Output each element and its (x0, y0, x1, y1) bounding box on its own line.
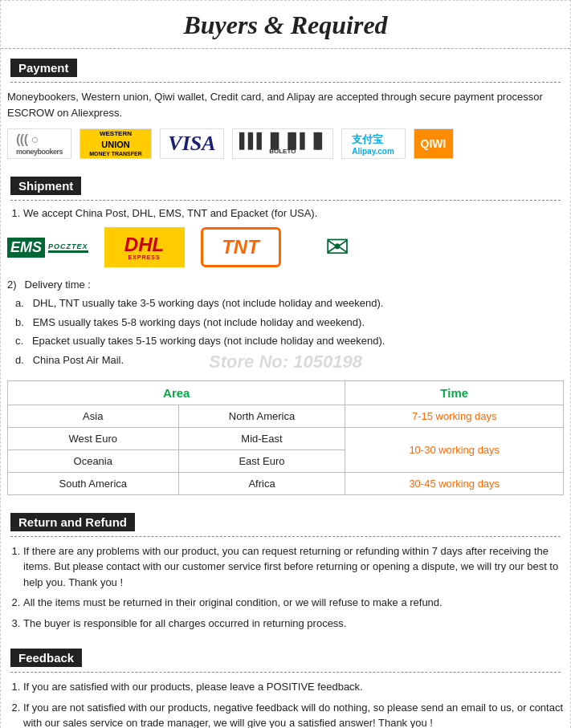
qiwi-text: QIWI (421, 137, 447, 150)
row1-time: 7-15 working days (345, 405, 564, 427)
row2-area1: West Euro (8, 427, 179, 449)
ems-bar-icon (48, 250, 88, 253)
alipay-text: Alipay.com (352, 147, 394, 156)
delivery-item-c: c. Epacket usually takes 5-15 working da… (15, 331, 564, 350)
delivery-a-text: DHL, TNT usually take 3-5 working days (… (33, 297, 384, 309)
row4-time: 30-45 working days (345, 472, 564, 494)
china-post-logo: ✉ (297, 227, 377, 267)
dhl-logo: DHL EXPRESS (104, 227, 185, 267)
delivery-item-d: d. China Post Air Mail. (15, 351, 564, 369)
return-divider (10, 536, 561, 537)
mb-text: moneybookers (16, 148, 63, 156)
alipay-logo-symbol: 支付宝 (352, 132, 394, 147)
wu-bottom-text: MONEY TRANSFER (89, 150, 142, 157)
shipment-accept-list: We accept China Post, DHL, EMS, TNT and … (23, 207, 564, 219)
delivery-item-b: b. EMS usually takes 5-8 working days (n… (15, 313, 564, 331)
wu-top-text: WESTERN (89, 130, 142, 138)
shipping-table: Area Time Asia North America 7-15 workin… (7, 380, 564, 495)
feedback-label: Feedback (10, 649, 82, 667)
payment-section: Payment Moneybookers, Western union, Qiw… (1, 49, 570, 159)
delivery-info: 2) Delivery time : a. DHL, TNT usually t… (7, 275, 564, 369)
feedback-list: If you are satisfied with our products, … (23, 679, 564, 728)
tnt-logo: TNT (201, 227, 281, 267)
pocztex-text: POCZTEX (48, 242, 88, 250)
return-label: Return and Refund (10, 513, 135, 531)
carrier-logos: EMS POCZTEX DHL EXPRESS TNT (7, 227, 564, 267)
table-row: Asia North America 7-15 working days (8, 405, 564, 427)
delivery-d-text: China Post Air Mail. (33, 354, 124, 366)
table-time-header: Time (345, 380, 564, 405)
feedback-item-2: If you are not satisfied with our produc… (23, 700, 564, 728)
payment-description: Moneybookers, Western union, Qiwi wallet… (7, 89, 564, 120)
boleto-barcode-icon: ▌▌▌▐▌▐▌▌▐▌ (239, 133, 326, 148)
row1-area1: Asia (8, 405, 179, 427)
boleto-logo: ▌▌▌▐▌▐▌▌▐▌ BOLETO (232, 128, 333, 159)
tnt-text: TNT (222, 236, 259, 258)
shipment-divider (10, 200, 561, 201)
page-title: Buyers & Required (1, 1, 570, 49)
row3-area1: Oceania (8, 449, 179, 472)
feedback-divider (10, 672, 561, 673)
china-post-icon: ✉ (325, 230, 349, 264)
row4-area2: Africa (178, 472, 345, 494)
delivery-b-text: EMS usually takes 5-8 working days (not … (33, 316, 365, 328)
payment-logos: ((( ○ moneybookers WESTERN UNION MONEY T… (7, 128, 564, 159)
payment-divider (10, 82, 561, 83)
table-area-header: Area (8, 380, 345, 405)
return-item-3: The buyer is responsible for all charges… (23, 616, 564, 632)
row3-area2: East Euro (178, 449, 345, 472)
moneybookers-logo: ((( ○ moneybookers (7, 128, 71, 159)
table-row: South America Africa 30-45 working days (8, 472, 564, 494)
row2-area2: Mid-East (178, 427, 345, 449)
feedback-section: Feedback If you are satisfied with our p… (1, 639, 570, 728)
qiwi-logo: QIWI (414, 128, 454, 159)
row1-area2: North America (178, 405, 345, 427)
return-item-1: If there are any problems with our produ… (23, 543, 564, 591)
western-union-logo: WESTERN UNION MONEY TRANSFER (80, 128, 152, 159)
ems-text: EMS (7, 238, 45, 258)
delivery-header: Delivery time : (25, 275, 91, 294)
ems-logo: EMS POCZTEX (7, 227, 88, 267)
wu-mid-text: UNION (89, 139, 142, 150)
dhl-text: DHL (124, 235, 164, 254)
return-section: Return and Refund If there are any probl… (1, 503, 570, 632)
shipment-label: Shipment (10, 177, 81, 195)
row2-time: 10-30 working days (345, 427, 564, 472)
alipay-logo: 支付宝 Alipay.com (341, 128, 406, 159)
visa-text: VISA (168, 132, 215, 156)
delivery-list-num: 2) (7, 275, 17, 294)
shipment-accept-item: We accept China Post, DHL, EMS, TNT and … (23, 207, 564, 219)
delivery-c-text: Epacket usually takes 5-15 working days … (32, 335, 385, 347)
table-row: West Euro Mid-East 10-30 working days (8, 427, 564, 449)
delivery-item-a: a. DHL, TNT usually take 3-5 working day… (15, 294, 564, 312)
payment-label: Payment (10, 59, 77, 77)
mb-circles-icon: ((( ○ (16, 132, 39, 146)
boleto-text: BOLETO (269, 148, 296, 155)
shipment-section: Shipment We accept China Post, DHL, EMS,… (1, 167, 570, 495)
return-item-2: All the items must be returned in their … (23, 595, 564, 611)
dhl-express-text: EXPRESS (128, 254, 160, 260)
row4-area1: South America (8, 472, 179, 494)
feedback-item-1: If you are satisfied with our products, … (23, 679, 564, 695)
visa-logo: VISA (160, 128, 224, 159)
return-list: If there are any problems with our produ… (23, 543, 564, 632)
page-wrapper: Buyers & Required Payment Moneybookers, … (0, 0, 571, 728)
